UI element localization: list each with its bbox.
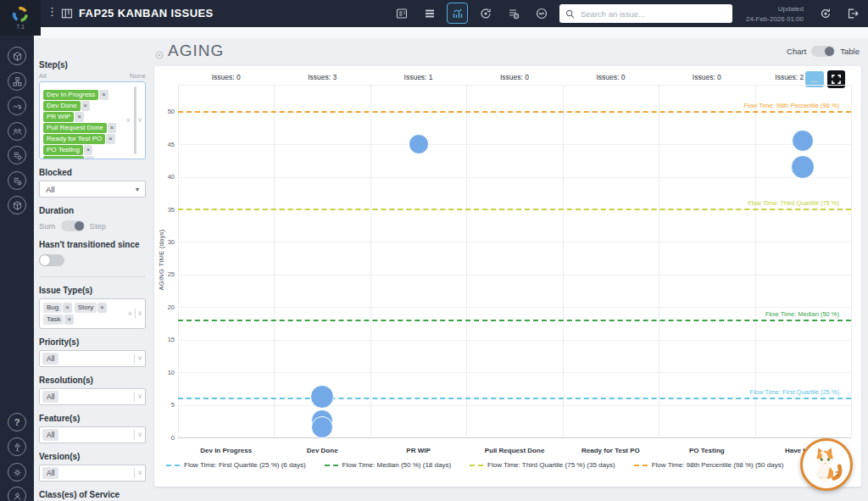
reference-line-label: Flow Time: Median (50 %) (765, 310, 839, 318)
exit-button[interactable] (843, 3, 863, 24)
step-tag-row: Dev Done× (42, 96, 123, 107)
activity-button[interactable] (531, 3, 552, 24)
reference-line-label: Flow Time: Third Quartile (75 %) (748, 199, 839, 207)
chart-view-icon (451, 7, 465, 20)
card-details-button[interactable] (391, 3, 412, 24)
chart-table-toggle-knob (825, 47, 834, 56)
data-point-bubble[interactable] (791, 155, 815, 179)
issue-type-tag[interactable]: Story× (75, 303, 107, 313)
remove-step-tag-icon[interactable]: × (99, 90, 108, 100)
filter-select-3[interactable]: All∨ (39, 465, 146, 482)
sidebar-team-icon[interactable] (8, 122, 26, 141)
filter-label-3: Version(s) (39, 452, 146, 461)
sidebar-package-icon[interactable] (8, 47, 26, 65)
page-head: AGING Chart Table (154, 40, 861, 64)
remove-issue-type-tag-icon[interactable]: × (63, 303, 71, 313)
grid-line-v (274, 86, 275, 437)
x-axis-label: PO Testing (689, 447, 725, 454)
issues-count-label: Issues: 0 (212, 73, 241, 81)
filter-value-chip: All (42, 353, 58, 365)
legend-item[interactable]: Flow Time: Median (50 %) (18 days) (325, 461, 452, 469)
menu-kebab-icon[interactable]: ⋮ (47, 5, 58, 18)
duration-toggle[interactable] (61, 220, 85, 231)
duration-toggle-knob (75, 221, 84, 231)
filter-chevron-down-icon[interactable]: ∨ (137, 469, 142, 476)
grid-line-v (755, 86, 756, 437)
search-box[interactable] (559, 4, 732, 23)
issue-types-clear-icon[interactable]: × (128, 309, 132, 318)
app-version: 7.1 (16, 24, 25, 30)
sidebar-community-icon[interactable] (8, 437, 26, 456)
search-input[interactable] (579, 8, 726, 19)
issue-type-tag[interactable]: Bug× (43, 303, 72, 313)
y-axis-title: AGING TIME (days) (158, 210, 165, 310)
filter-select-2[interactable]: All∨ (39, 426, 146, 443)
filter-chevron-down-icon[interactable]: ∨ (137, 431, 142, 438)
step-tag[interactable]: Have to Fix× (43, 156, 94, 159)
refresh-icon (819, 7, 832, 20)
filter-chevron-down-icon[interactable]: ∨ (137, 354, 142, 362)
issue-type-tag-label: Story (75, 303, 97, 313)
steps-clear-icon[interactable]: × (126, 116, 131, 125)
legend-label: Flow Time: Third Quartile (75 %) (35 day… (487, 461, 615, 469)
grid-line-h (178, 372, 851, 373)
steps-scrollbar[interactable] (134, 86, 136, 154)
issue-types-multiselect[interactable]: Bug×Story×Task× × ∨ (39, 298, 146, 329)
issues-count-label: Issues: 1 (404, 73, 433, 81)
chart-toggle-label[interactable]: Chart (787, 47, 806, 56)
issues-count-label: Issues: 0 (500, 73, 529, 81)
legend-dash-sample (166, 465, 180, 466)
filter-select-0[interactable]: All∨ (39, 350, 146, 367)
page-title: AGING (168, 42, 224, 60)
steps-chevron-down-icon[interactable]: ∨ (137, 116, 142, 124)
collapse-section-icon[interactable] (155, 47, 164, 56)
app-logo[interactable]: 7.1 (0, 0, 41, 36)
remove-issue-type-tag-icon[interactable]: × (64, 315, 73, 325)
refresh-button[interactable] (815, 3, 836, 24)
blocked-select[interactable]: All ▾ (39, 181, 146, 198)
chart-view-button[interactable] (447, 3, 468, 24)
remove-issue-type-tag-icon[interactable]: × (97, 303, 106, 313)
filter-select-1[interactable]: All∨ (39, 388, 146, 405)
steps-multiselect[interactable]: Dev In Progress×Dev Done×PR WIP×Pull Req… (39, 81, 146, 159)
remove-step-tag-icon[interactable]: × (106, 134, 114, 144)
issue-types-chevron-down-icon[interactable]: ∨ (137, 309, 142, 317)
sidebar-process-settings-icon[interactable] (8, 146, 26, 164)
x-axis-label: Dev In Progress (200, 447, 252, 454)
y-tick-label: 30 (156, 238, 175, 246)
legend-item[interactable]: Flow Time: First Quartile (25 %) (6 days… (166, 461, 306, 469)
filter-select-divider (134, 353, 135, 364)
filter-label-0: Priority(s) (39, 337, 146, 347)
legend-item[interactable]: Flow Time: 98th Percentile (98 %) (50 da… (634, 461, 784, 469)
remove-step-tag-icon[interactable]: × (85, 156, 93, 159)
data-point-bubble[interactable] (409, 134, 429, 154)
steps-select-all-link[interactable]: All (39, 72, 47, 80)
legend-item[interactable]: Flow Time: Third Quartile (75 %) (35 day… (470, 461, 615, 469)
table-toggle-label[interactable]: Table (840, 47, 860, 56)
data-point-bubble[interactable] (792, 130, 814, 152)
sidebar-dice-icon[interactable] (8, 196, 26, 214)
y-tick-label: 5 (156, 401, 175, 409)
steps-select-none-link[interactable]: None (130, 72, 146, 80)
query-run-button[interactable] (503, 3, 524, 24)
issue-type-tag[interactable]: Task× (43, 315, 74, 325)
sidebar-activity-icon[interactable] (8, 97, 26, 115)
data-point-bubble[interactable] (310, 385, 334, 409)
filter-chevron-down-icon[interactable]: ∨ (137, 392, 142, 400)
chart-table-toggle[interactable] (811, 46, 835, 57)
updated-value: 24-Feb-2026 01:00 (746, 14, 804, 25)
y-tick-label: 20 (156, 303, 175, 311)
sidebar-user-icon[interactable] (8, 487, 26, 501)
sidebar-process-schedule-icon[interactable] (8, 171, 26, 190)
sidebar-modules-icon[interactable] (8, 72, 26, 91)
sidebar-help-icon[interactable]: ? (8, 413, 26, 431)
list-view-button[interactable] (419, 3, 440, 24)
content-top-strip (34, 27, 868, 38)
duration-step-option[interactable]: Step (90, 221, 107, 231)
duration-sum-option[interactable]: Sum (39, 221, 56, 231)
data-point-bubble[interactable] (311, 416, 333, 438)
assistant-cat-avatar[interactable] (800, 438, 853, 491)
cycle-button[interactable] (475, 3, 496, 24)
sidebar-settings-icon[interactable] (8, 463, 26, 482)
hasnt-transitioned-toggle[interactable] (39, 254, 64, 266)
